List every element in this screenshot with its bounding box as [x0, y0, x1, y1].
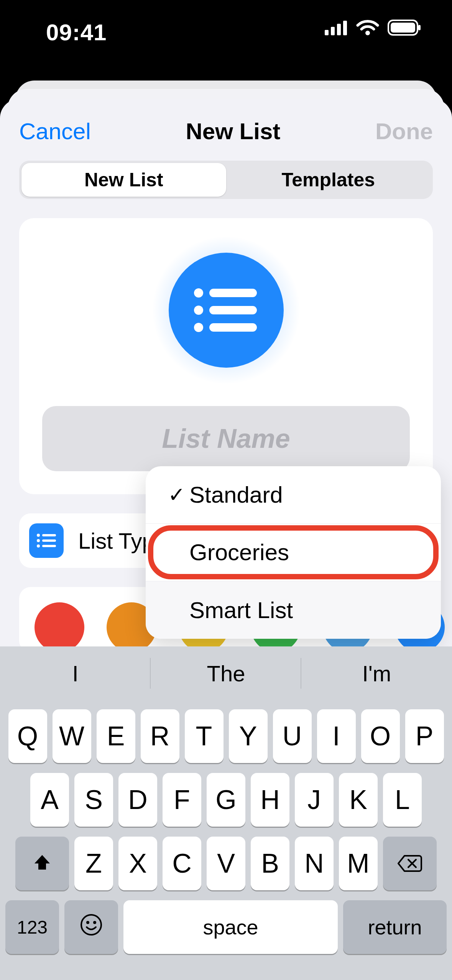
- emoji-icon: [80, 912, 103, 942]
- key-h[interactable]: H: [251, 773, 289, 827]
- option-label: Groceries: [188, 539, 289, 566]
- on-screen-keyboard: I The I'm QWERTYUIOP ASDFGHJKL ZXCVBNM 1…: [0, 646, 452, 980]
- key-t[interactable]: T: [185, 709, 224, 763]
- list-type-option-smart[interactable]: Smart List: [146, 581, 441, 639]
- key-y[interactable]: Y: [229, 709, 268, 763]
- prediction[interactable]: I'm: [301, 646, 452, 700]
- key-o[interactable]: O: [361, 709, 400, 763]
- svg-point-4: [365, 31, 370, 35]
- prediction[interactable]: I: [0, 646, 151, 700]
- key-n[interactable]: N: [295, 837, 334, 890]
- svg-point-24: [93, 921, 96, 924]
- prediction-bar: I The I'm: [0, 646, 452, 700]
- svg-point-16: [37, 539, 40, 542]
- list-type-option-standard[interactable]: ✓ Standard: [146, 466, 441, 524]
- shift-icon: [32, 848, 52, 879]
- svg-point-18: [37, 544, 40, 548]
- checkmark-icon: ✓: [165, 483, 188, 507]
- option-label: Standard: [188, 482, 283, 508]
- svg-rect-0: [325, 30, 329, 35]
- key-u[interactable]: U: [273, 709, 312, 763]
- list-mode-segmented[interactable]: New List Templates: [19, 161, 433, 199]
- svg-point-12: [194, 323, 203, 332]
- key-d[interactable]: D: [118, 773, 157, 827]
- key-v[interactable]: V: [207, 837, 245, 890]
- key-f[interactable]: F: [163, 773, 201, 827]
- svg-point-23: [86, 921, 89, 924]
- new-list-sheet: Cancel New List Done New List Templates: [0, 99, 452, 980]
- svg-point-22: [81, 915, 101, 935]
- key-x[interactable]: X: [118, 837, 157, 890]
- key-p[interactable]: P: [405, 709, 444, 763]
- svg-rect-11: [209, 306, 257, 314]
- svg-rect-9: [209, 289, 257, 297]
- svg-rect-2: [337, 24, 341, 35]
- key-row-2: ASDFGHJKL: [5, 773, 447, 827]
- key-c[interactable]: C: [163, 837, 201, 890]
- status-bar: 09:41: [0, 0, 452, 81]
- key-r[interactable]: R: [141, 709, 179, 763]
- list-bullet-icon: [169, 253, 284, 368]
- numbers-key[interactable]: 123: [5, 900, 59, 954]
- color-swatch[interactable]: [35, 602, 84, 652]
- sheet-title: New List: [186, 118, 281, 145]
- key-m[interactable]: M: [339, 837, 378, 890]
- svg-point-8: [194, 288, 203, 298]
- svg-rect-19: [42, 545, 56, 547]
- svg-rect-6: [391, 23, 415, 33]
- svg-rect-3: [343, 21, 347, 35]
- shift-key[interactable]: [15, 837, 69, 890]
- key-row-3: ZXCVBNM: [5, 837, 447, 890]
- key-q[interactable]: Q: [8, 709, 47, 763]
- seg-new-list[interactable]: New List: [21, 163, 226, 197]
- key-w[interactable]: W: [53, 709, 91, 763]
- cellular-icon: [325, 20, 348, 35]
- svg-point-10: [194, 306, 203, 315]
- list-icon-preview[interactable]: [161, 245, 291, 375]
- return-key[interactable]: return: [343, 900, 447, 954]
- key-a[interactable]: A: [30, 773, 69, 827]
- seg-templates[interactable]: Templates: [226, 163, 431, 197]
- key-l[interactable]: L: [383, 773, 422, 827]
- key-row-bottom: 123 space return: [5, 900, 447, 954]
- svg-rect-15: [42, 534, 56, 536]
- key-z[interactable]: Z: [74, 837, 113, 890]
- list-type-menu: ✓ Standard Groceries Smart List: [146, 466, 441, 639]
- key-s[interactable]: S: [74, 773, 113, 827]
- backspace-key[interactable]: [383, 837, 437, 890]
- svg-rect-13: [209, 323, 257, 332]
- battery-icon: [388, 20, 421, 36]
- key-row-1: QWERTYUIOP: [5, 709, 447, 763]
- list-type-option-groceries[interactable]: Groceries: [146, 524, 441, 581]
- svg-point-14: [37, 534, 40, 537]
- option-label: Smart List: [188, 597, 293, 623]
- svg-rect-7: [418, 25, 421, 30]
- space-key[interactable]: space: [123, 900, 338, 954]
- cancel-button[interactable]: Cancel: [19, 118, 91, 145]
- icon-name-card: [19, 218, 433, 494]
- key-b[interactable]: B: [251, 837, 289, 890]
- sheet-header: Cancel New List Done: [0, 99, 452, 161]
- wifi-icon: [356, 19, 379, 36]
- key-g[interactable]: G: [207, 773, 245, 827]
- key-j[interactable]: J: [295, 773, 334, 827]
- key-e[interactable]: E: [97, 709, 135, 763]
- svg-rect-1: [331, 27, 335, 35]
- svg-rect-17: [42, 539, 56, 542]
- backspace-icon: [398, 848, 422, 879]
- status-indicators: [325, 19, 429, 36]
- done-button[interactable]: Done: [375, 118, 433, 145]
- prediction[interactable]: The: [151, 646, 301, 700]
- key-i[interactable]: I: [317, 709, 356, 763]
- status-time: 09:41: [23, 19, 107, 46]
- list-name-input[interactable]: [42, 406, 410, 471]
- emoji-key[interactable]: [64, 900, 118, 954]
- list-bullet-small-icon: [29, 523, 64, 558]
- key-k[interactable]: K: [339, 773, 378, 827]
